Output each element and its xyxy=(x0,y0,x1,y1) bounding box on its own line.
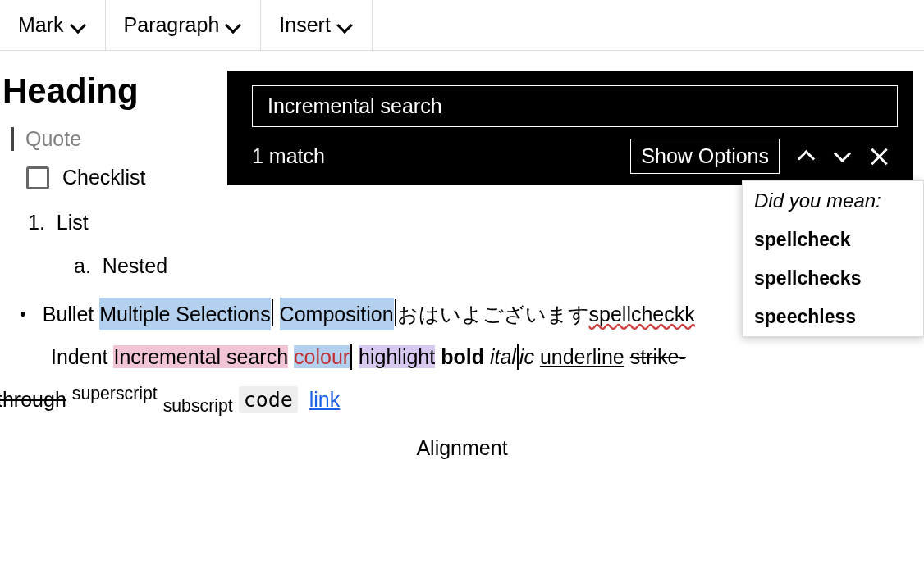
close-search-button[interactable] xyxy=(870,148,888,166)
highlight-text[interactable]: highlight xyxy=(359,345,435,368)
insert-label: Insert xyxy=(279,13,331,37)
japanese-text[interactable]: おはいよございます xyxy=(397,298,589,330)
alignment-line[interactable]: Alignment xyxy=(0,436,924,460)
suggestion-item[interactable]: speechless xyxy=(743,298,923,336)
selection-2[interactable]: Composition xyxy=(280,298,394,330)
continuation-line[interactable]: through superscript subscript code link xyxy=(0,384,924,417)
checkbox-icon[interactable] xyxy=(26,166,49,189)
mark-label: Mark xyxy=(18,13,64,37)
italic-text: italic xyxy=(490,345,534,368)
search-nav xyxy=(798,148,888,166)
suggestion-item[interactable]: spellcheck xyxy=(743,221,923,259)
search-status-row: 1 match Show Options xyxy=(252,139,898,174)
chevron-down-icon xyxy=(339,20,354,30)
spellcheck-suggestions: Did you mean: spellcheck spellchecks spe… xyxy=(742,180,924,337)
indented-line[interactable]: Indent Incremental search colour highlig… xyxy=(51,339,924,376)
strike-text-1[interactable]: strike- xyxy=(630,345,686,368)
nested-letter: a. xyxy=(74,254,91,278)
caret-icon xyxy=(395,299,396,326)
indent-label: Indent xyxy=(51,345,108,368)
chevron-down-icon xyxy=(72,20,87,30)
underline-text[interactable]: underline xyxy=(540,345,624,368)
colour-text[interactable]: colour xyxy=(294,345,350,368)
selection-1[interactable]: Multiple Selections xyxy=(99,298,270,330)
caret-icon xyxy=(517,344,519,370)
search-input-wrap[interactable] xyxy=(252,85,898,127)
prev-match-button[interactable] xyxy=(798,148,816,166)
code-text[interactable]: code xyxy=(239,386,298,413)
next-match-button[interactable] xyxy=(834,148,852,166)
checklist-label: Checklist xyxy=(62,166,145,189)
search-highlight[interactable]: Incremental search xyxy=(113,345,288,368)
link-text[interactable]: link xyxy=(309,388,341,411)
superscript-text[interactable]: superscript xyxy=(72,384,158,403)
caret-icon xyxy=(350,344,352,370)
suggestion-item[interactable]: spellchecks xyxy=(743,259,923,298)
search-match-count: 1 match xyxy=(252,144,620,168)
search-input[interactable] xyxy=(268,94,882,118)
suggestions-header: Did you mean: xyxy=(743,181,923,221)
show-options-button[interactable]: Show Options xyxy=(630,139,780,174)
bullet-text: Bullet xyxy=(43,298,94,330)
chevron-down-icon xyxy=(227,20,242,30)
list-number: 1. xyxy=(28,211,45,235)
toolbar: Mark Paragraph Insert xyxy=(0,0,924,51)
paragraph-label: Paragraph xyxy=(124,13,220,37)
bullet-marker: • xyxy=(20,299,26,328)
list-text: List xyxy=(57,211,89,235)
subscript-text[interactable]: subscript xyxy=(163,396,233,416)
nested-text: Nested xyxy=(103,254,167,278)
caret-icon xyxy=(272,299,273,326)
search-bar: 1 match Show Options xyxy=(227,71,913,185)
strike-text-2[interactable]: through xyxy=(0,388,66,411)
mark-menu[interactable]: Mark xyxy=(0,0,106,50)
insert-menu[interactable]: Insert xyxy=(261,0,373,50)
spell-error[interactable]: spellcheckk xyxy=(589,298,695,330)
paragraph-menu[interactable]: Paragraph xyxy=(106,0,262,50)
bold-text[interactable]: bold xyxy=(441,345,484,368)
